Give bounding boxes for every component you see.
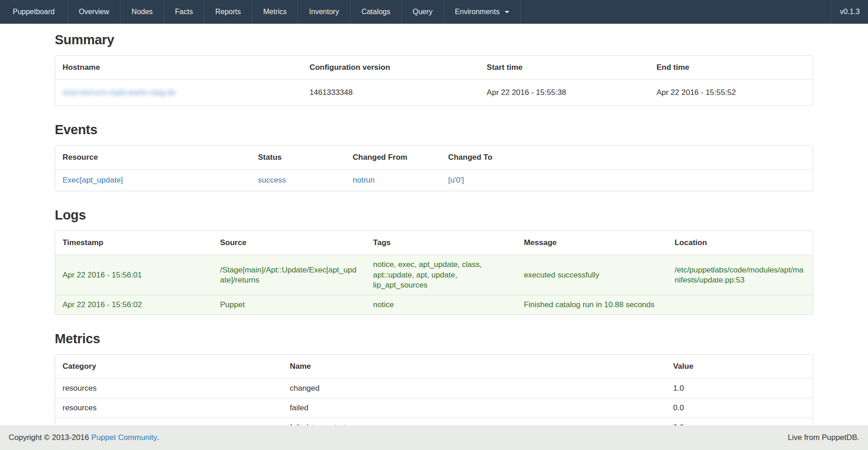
log-source: /Stage[main]/Apt::Update/Exec[apt_update…	[213, 255, 366, 295]
metric-category: resources	[55, 378, 282, 398]
logs-col-source: Source	[213, 231, 366, 255]
metrics-col-value: Value	[666, 355, 813, 379]
metrics-section-title: Metrics	[55, 331, 813, 346]
summary-row: snat-tservvm.mpib-berlin.mpg.de 14613333…	[55, 80, 813, 106]
logs-col-location: Location	[667, 231, 813, 255]
nav-item-metrics[interactable]: Metrics	[252, 0, 298, 24]
summary-col-start-time: Start time	[480, 56, 649, 80]
metric-name: failed	[282, 398, 666, 418]
environments-label: Environments	[455, 8, 500, 16]
puppet-community-link[interactable]: Puppet Community	[91, 433, 157, 442]
summary-col-config-version: Configuration version	[302, 56, 479, 80]
metrics-header-row: Category Name Value	[55, 355, 813, 379]
events-table: Resource Status Changed From Changed To …	[55, 146, 813, 191]
nav-item-facts[interactable]: Facts	[164, 0, 204, 24]
event-changed-to-link[interactable]: [u'0']	[448, 176, 464, 184]
log-message: Finished catalog run in 10.88 seconds	[517, 295, 667, 314]
log-tags: notice, exec, apt_update, class, apt::up…	[366, 255, 517, 295]
navbar-brand[interactable]: Puppetboard	[0, 0, 68, 24]
metric-row: resources changed 1.0	[55, 378, 813, 398]
summary-col-hostname: Hostname	[55, 56, 302, 80]
summary-header-row: Hostname Configuration version Start tim…	[55, 56, 813, 80]
nav-item-query[interactable]: Query	[402, 0, 444, 24]
metrics-col-category: Category	[55, 355, 282, 379]
metric-value: 1.0	[666, 378, 813, 398]
logs-col-message: Message	[517, 231, 667, 255]
log-message: executed successfully	[517, 255, 667, 295]
log-timestamp: Apr 22 2016 - 15:56:02	[55, 295, 213, 314]
log-row: Apr 22 2016 - 15:56:02 Puppet notice Fin…	[55, 295, 813, 314]
nav-item-reports[interactable]: Reports	[204, 0, 252, 24]
summary-section-title: Summary	[55, 32, 813, 47]
log-location	[667, 295, 813, 314]
metric-row: resources failed 0.0	[55, 398, 813, 418]
events-col-changed-from: Changed From	[345, 146, 441, 170]
events-panel: Resource Status Changed From Changed To …	[55, 145, 813, 191]
metrics-col-name: Name	[282, 355, 666, 379]
events-col-resource: Resource	[55, 146, 251, 170]
summary-table: Hostname Configuration version Start tim…	[55, 56, 813, 105]
event-changed-from-link[interactable]: notrun	[353, 176, 375, 184]
event-resource-link[interactable]: Exec[apt_update]	[63, 176, 123, 184]
log-source: Puppet	[213, 295, 366, 314]
log-timestamp: Apr 22 2016 - 15:56:01	[55, 255, 213, 295]
copyright-suffix: .	[157, 433, 160, 442]
start-time-value: Apr 22 2016 - 15:55:38	[480, 80, 649, 106]
copyright-text: Copyright © 2013-2016	[9, 433, 89, 442]
logs-section-title: Logs	[55, 208, 813, 223]
log-location: /etc/puppetlabs/code/modules/apt/manifes…	[667, 255, 813, 295]
live-from-puppetdb-text: Live from PuppetDB.	[788, 433, 859, 442]
events-col-changed-to: Changed To	[441, 146, 813, 170]
end-time-value: Apr 22 2016 - 15:55:52	[649, 80, 813, 106]
nav-item-environments-dropdown[interactable]: Environments	[444, 0, 521, 24]
summary-panel: Hostname Configuration version Start tim…	[55, 55, 813, 106]
logs-col-timestamp: Timestamp	[55, 231, 213, 255]
logs-table: Timestamp Source Tags Message Location A…	[55, 231, 813, 314]
hostname-link[interactable]: snat-tservvm.mpib-berlin.mpg.de	[63, 88, 176, 97]
nav-item-nodes[interactable]: Nodes	[120, 0, 164, 24]
log-tags: notice	[366, 295, 517, 314]
nav-item-overview[interactable]: Overview	[68, 0, 121, 24]
log-row: Apr 22 2016 - 15:56:01 /Stage[main]/Apt:…	[55, 255, 813, 295]
nav-item-inventory[interactable]: Inventory	[298, 0, 350, 24]
logs-header-row: Timestamp Source Tags Message Location	[55, 231, 813, 255]
nav-item-catalogs[interactable]: Catalogs	[350, 0, 402, 24]
summary-col-end-time: End time	[649, 56, 813, 80]
metric-value: 0.0	[666, 398, 813, 418]
logs-col-tags: Tags	[366, 231, 517, 255]
events-header-row: Resource Status Changed From Changed To	[55, 146, 813, 170]
report-page: Summary Hostname Configuration version S…	[55, 32, 813, 450]
app-version: v0.1.3	[831, 0, 868, 24]
events-section-title: Events	[55, 122, 813, 137]
event-status-link[interactable]: success	[258, 176, 286, 184]
metric-category: resources	[55, 398, 282, 418]
chevron-down-icon	[505, 11, 509, 13]
events-col-status: Status	[251, 146, 345, 170]
metric-name: changed	[282, 378, 666, 398]
top-navbar: Puppetboard Overview Nodes Facts Reports…	[0, 0, 868, 24]
config-version-value: 1461333348	[302, 80, 479, 106]
logs-panel: Timestamp Source Tags Message Location A…	[55, 230, 813, 314]
event-row: Exec[apt_update] success notrun [u'0']	[55, 170, 813, 191]
page-footer: Copyright © 2013-2016 Puppet Community .…	[0, 425, 868, 450]
